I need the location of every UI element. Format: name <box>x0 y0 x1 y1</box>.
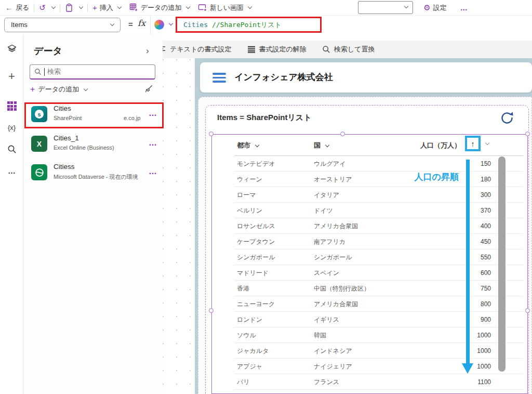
data-source-name: Cities <box>54 104 71 112</box>
country-cell: フランス <box>314 378 339 387</box>
column-label: 人口（万人） <box>420 141 461 150</box>
data-source-item[interactable]: Citiess Microsoft Dataverse - 現在の環境 … <box>24 161 161 185</box>
column-label: 国 <box>314 141 321 150</box>
column-header-population[interactable]: 人口（万人） <box>420 141 461 150</box>
data-rail-button[interactable] <box>0 97 23 111</box>
country-cell: シンガポール <box>314 253 352 262</box>
sharepoint-icon: s <box>31 106 47 122</box>
more-options-button[interactable]: … <box>149 109 157 118</box>
country-cell: オーストリア <box>314 175 352 184</box>
table-row[interactable]: ロサンゼルス アメリカ合衆国 400 <box>212 218 527 234</box>
table-row[interactable]: マドリード スペイン 600 <box>212 265 527 281</box>
insert-label: 挿入 <box>100 3 113 12</box>
city-cell: ロサンゼルス <box>237 222 275 231</box>
filter-chevron-icon[interactable] <box>485 141 489 145</box>
copilot-icon[interactable] <box>154 20 164 30</box>
data-source-item[interactable]: s Cities SharePointe.co.jp … <box>24 102 161 127</box>
selection-handle[interactable] <box>209 132 214 136</box>
country-cell: アメリカ合衆国 <box>314 300 358 309</box>
table-row[interactable]: パリ フランス 1100 <box>212 374 527 390</box>
city-cell: ロンドン <box>237 316 262 324</box>
insert-button[interactable]: + 挿入 <box>92 3 121 12</box>
population-cell: 450 <box>481 238 491 245</box>
text-format-label: テキストの書式設定 <box>170 45 232 54</box>
add-data-panel-button[interactable]: + データの追加 <box>30 85 87 94</box>
city-cell: マドリード <box>237 269 269 278</box>
more-options-button[interactable]: … <box>149 167 157 176</box>
table-row[interactable]: ジャカルタ インドネシア 1000 <box>212 343 527 359</box>
table-row-clipped[interactable] <box>212 390 527 394</box>
more-options-button[interactable]: … <box>149 138 157 148</box>
clear-format-label: 書式設定の解除 <box>259 45 307 54</box>
table-row[interactable]: ロンドン イギリス 900 <box>212 312 527 327</box>
table-row[interactable]: ニューヨーク アメリカ合衆国 800 <box>212 296 527 312</box>
table-row[interactable]: アブジャ ナイジェリア 1000 <box>212 359 527 374</box>
find-replace-label: 検索して置換 <box>334 45 375 54</box>
sort-ascending-highlight[interactable]: ↑ <box>465 136 481 151</box>
column-header-country[interactable]: 国 <box>314 141 329 150</box>
population-cell: 800 <box>481 300 491 308</box>
search-input[interactable]: 検索 <box>30 64 155 80</box>
country-cell: スペイン <box>314 269 339 278</box>
paste-button[interactable] <box>65 3 73 12</box>
table-row[interactable]: ソウル 韓国 1000 <box>212 327 527 343</box>
settings-button[interactable]: ⚙ 設定 <box>423 3 446 12</box>
add-data-label: データの追加 <box>141 3 182 12</box>
property-selector[interactable]: Items <box>4 18 121 32</box>
clear-format-button[interactable]: 書式設定の解除 <box>247 45 307 54</box>
country-cell: ウルグアイ <box>314 160 345 168</box>
selection-handle[interactable] <box>340 132 345 136</box>
panel-collapse-button[interactable]: › <box>146 46 149 56</box>
undo-dropdown[interactable] <box>50 7 55 8</box>
variables-rail-button[interactable]: {x} <box>0 124 23 132</box>
insert-rail-button[interactable]: + <box>0 70 23 83</box>
table-row[interactable]: 香港 中国（特別行政区） 750 <box>212 281 527 296</box>
selection-handle[interactable] <box>525 132 530 136</box>
settings-label: 設定 <box>433 3 447 12</box>
population-cell: 1000 <box>477 347 491 354</box>
refresh-icon[interactable] <box>499 110 515 126</box>
tree-view-button[interactable] <box>0 44 23 54</box>
city-cell: 香港 <box>237 284 249 293</box>
back-button[interactable]: ← 戻る <box>5 3 29 12</box>
formula-input[interactable]: Cities //SharePointリスト <box>176 17 322 33</box>
gallery-scrollbar[interactable] <box>498 156 506 372</box>
column-header-city[interactable]: 都市 <box>237 141 259 150</box>
search-icon <box>34 68 42 75</box>
environment-dropdown[interactable] <box>358 1 413 14</box>
undo-icon: ↺ <box>39 4 46 11</box>
data-panel: データ › 検索 + データの追加 s Cities SharePointe.c… <box>23 34 163 394</box>
selection-handle[interactable] <box>525 308 530 313</box>
broom-icon[interactable] <box>144 84 153 94</box>
copilot-dropdown[interactable] <box>169 21 173 25</box>
city-cell: シンガポール <box>237 253 275 262</box>
rail-overflow-button[interactable]: … <box>0 166 23 175</box>
data-source-item[interactable]: X Cities_1 Excel Online (Business) … <box>24 132 161 156</box>
population-cell: 400 <box>481 222 491 230</box>
hamburger-icon[interactable] <box>212 73 226 83</box>
city-cell: アブジャ <box>237 362 262 371</box>
command-overflow-button[interactable]: … <box>460 4 468 12</box>
paste-dropdown[interactable] <box>77 7 83 8</box>
app-header[interactable]: インフォシェア株式会社 <box>200 62 532 93</box>
text-format-button[interactable]: テキストの書式設定 <box>158 45 232 54</box>
table-row[interactable]: シンガポール シンガポール 550 <box>212 249 527 265</box>
selection-handle[interactable] <box>209 308 214 313</box>
search-rail-button[interactable] <box>0 145 23 154</box>
table-row[interactable]: ケープタウン 南アフリカ 450 <box>212 234 527 249</box>
divider <box>34 4 34 12</box>
new-screen-button[interactable]: 新しい画面 <box>198 3 252 12</box>
table-row[interactable]: ローマ イタリア 300 <box>212 187 527 203</box>
population-cell: 370 <box>481 207 491 214</box>
add-data-panel-label: データの追加 <box>38 85 79 94</box>
table-row[interactable]: ベルリン ドイツ 370 <box>212 203 527 218</box>
panel-title: データ <box>34 45 62 57</box>
undo-button[interactable]: ↺ <box>39 4 46 11</box>
table-row[interactable]: モンテビデオ ウルグアイ 150 <box>212 156 527 172</box>
find-replace-button[interactable]: 検索して置換 <box>322 45 375 54</box>
table-row[interactable]: ウィーン オーストリア 180 <box>212 172 527 187</box>
property-selector-value: Items <box>11 21 28 29</box>
gallery-table[interactable]: 都市 国 人口（万人） ↑ モンテビデオ ウルグアイ 150 ウィーン オースト… <box>211 134 528 394</box>
add-data-button[interactable]: データの追加 <box>129 3 190 12</box>
population-cell: 600 <box>481 269 491 277</box>
